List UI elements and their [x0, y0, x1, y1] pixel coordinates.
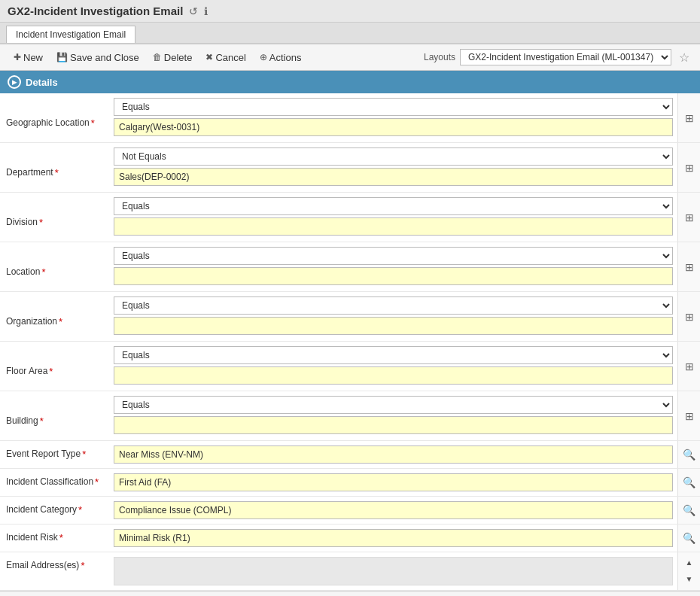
building-row: Building * EqualsNot EqualsContainsDoes …: [0, 391, 700, 441]
form-area: Geographic Location * EqualsNot EqualsCo…: [0, 93, 700, 591]
new-button[interactable]: ✚ New: [8, 50, 49, 65]
incident-classification-action[interactable]: 🔍: [677, 469, 700, 496]
incident-risk-action[interactable]: 🔍: [677, 525, 700, 552]
floor-area-input[interactable]: [114, 366, 673, 385]
email-addresses-controls: [109, 552, 677, 590]
location-controls: EqualsNot EqualsContainsDoes Not Contain…: [109, 242, 677, 291]
event-report-type-row: Event Report Type * 🔍: [0, 441, 700, 469]
incident-classification-controls: [109, 469, 677, 496]
email-addresses-input[interactable]: [114, 557, 673, 585]
division-row: Division * EqualsNot EqualsContainsDoes …: [0, 193, 700, 242]
location-row: Location * EqualsNot EqualsContainsDoes …: [0, 242, 700, 292]
building-label: Building *: [0, 391, 109, 440]
geographic-location-label: Geographic Location *: [0, 93, 109, 142]
incident-category-label: Incident Category *: [0, 497, 109, 524]
geographic-location-row: Geographic Location * EqualsNot EqualsCo…: [0, 93, 700, 143]
title-bar: GX2-Incident Investigation Email ↺ ℹ: [0, 0, 700, 23]
details-header: ▶ Details: [0, 71, 700, 93]
building-controls: EqualsNot EqualsContainsDoes Not Contain…: [109, 391, 677, 440]
incident-risk-label: Incident Risk *: [0, 525, 109, 552]
incident-category-action[interactable]: 🔍: [677, 497, 700, 524]
department-condition[interactable]: EqualsNot EqualsContainsDoes Not Contain…: [114, 147, 673, 166]
building-condition[interactable]: EqualsNot EqualsContainsDoes Not Contain…: [114, 396, 673, 414]
delete-icon: 🗑: [153, 52, 162, 62]
division-action[interactable]: ⊞: [677, 193, 700, 242]
location-condition[interactable]: EqualsNot EqualsContainsDoes Not Contain…: [114, 247, 673, 265]
floor-area-condition[interactable]: EqualsNot EqualsContainsDoes Not Contain…: [114, 346, 673, 364]
organization-row: Organization * EqualsNot EqualsContainsD…: [0, 292, 700, 342]
top-toolbar: ✚ New 💾 Save and Close 🗑 Delete ✖ Cancel…: [0, 44, 700, 71]
division-input[interactable]: [114, 217, 673, 236]
incident-category-row: Incident Category * 🔍: [0, 497, 700, 525]
delete-button[interactable]: 🗑 Delete: [147, 50, 199, 65]
building-input[interactable]: [114, 416, 673, 434]
organization-condition[interactable]: EqualsNot EqualsContainsDoes Not Contain…: [114, 296, 673, 315]
event-report-type-action[interactable]: 🔍: [677, 441, 700, 468]
event-report-type-label: Event Report Type *: [0, 441, 109, 468]
division-condition[interactable]: EqualsNot EqualsContainsDoes Not Contain…: [114, 197, 673, 215]
actions-button[interactable]: ⊕ Actions: [254, 50, 308, 65]
tab-row: Incident Investigation Email: [0, 23, 700, 44]
info-icon[interactable]: ℹ: [204, 5, 208, 17]
star-button[interactable]: ☆: [676, 50, 692, 65]
department-action[interactable]: ⊞: [677, 143, 700, 192]
division-controls: EqualsNot EqualsContainsDoes Not Contain…: [109, 193, 677, 242]
department-controls: EqualsNot EqualsContainsDoes Not Contain…: [109, 143, 677, 192]
actions-icon: ⊕: [260, 52, 267, 62]
organization-label: Organization *: [0, 292, 109, 341]
geographic-location-action[interactable]: ⊞: [677, 93, 700, 142]
organization-action[interactable]: ⊞: [677, 292, 700, 341]
organization-input[interactable]: [114, 317, 673, 335]
incident-category-input[interactable]: [114, 501, 673, 519]
incident-classification-label: Incident Classification *: [0, 469, 109, 496]
building-action[interactable]: ⊞: [677, 391, 700, 440]
page-title: GX2-Incident Investigation Email: [8, 5, 183, 17]
scroll-down-icon[interactable]: ▼: [686, 576, 693, 583]
save-icon: 💾: [56, 52, 68, 62]
incident-risk-row: Incident Risk * 🔍: [0, 525, 700, 552]
floor-area-controls: EqualsNot EqualsContainsDoes Not Contain…: [109, 342, 677, 391]
geographic-location-controls: EqualsNot EqualsContainsDoes Not Contain…: [109, 93, 677, 142]
incident-risk-controls: [109, 525, 677, 552]
cancel-icon: ✖: [205, 52, 213, 62]
floor-area-row: Floor Area * EqualsNot EqualsContainsDoe…: [0, 342, 700, 391]
scroll-up-icon[interactable]: ▲: [686, 559, 693, 567]
geographic-location-condition[interactable]: EqualsNot EqualsContainsDoes Not Contain…: [114, 98, 673, 116]
division-label: Division *: [0, 193, 109, 242]
incident-category-controls: [109, 497, 677, 524]
email-addresses-label: Email Address(es) *: [0, 552, 109, 590]
email-addresses-row: Email Address(es) * ▲ ▼: [0, 552, 700, 591]
layouts-select[interactable]: GX2-Incident Investigation Email (ML-001…: [460, 49, 671, 65]
play-icon[interactable]: ▶: [8, 75, 21, 89]
incident-risk-input[interactable]: [114, 529, 673, 547]
geographic-location-input[interactable]: [114, 118, 673, 136]
details-label: Details: [26, 77, 58, 88]
email-addresses-action[interactable]: ▲ ▼: [677, 552, 700, 590]
cancel-button[interactable]: ✖ Cancel: [199, 50, 251, 65]
department-input[interactable]: [114, 168, 673, 186]
reset-icon[interactable]: ↺: [189, 5, 198, 17]
organization-controls: EqualsNot EqualsContainsDoes Not Contain…: [109, 292, 677, 341]
location-label: Location *: [0, 242, 109, 291]
bottom-toolbar: ✚ New 💾 Save and Close 🗑 Delete ✖ Cancel…: [0, 591, 700, 596]
floor-area-label: Floor Area *: [0, 342, 109, 391]
main-tab[interactable]: Incident Investigation Email: [6, 26, 135, 43]
event-report-type-controls: [109, 441, 677, 468]
department-row: Department * EqualsNot EqualsContainsDoe…: [0, 143, 700, 193]
location-action[interactable]: ⊞: [677, 242, 700, 291]
event-report-type-input[interactable]: [114, 445, 673, 464]
new-icon: ✚: [14, 52, 21, 62]
layouts-section: Layouts GX2-Incident Investigation Email…: [424, 49, 692, 65]
department-label: Department *: [0, 143, 109, 192]
floor-area-action[interactable]: ⊞: [677, 342, 700, 391]
save-close-button[interactable]: 💾 Save and Close: [50, 50, 145, 65]
location-input[interactable]: [114, 267, 673, 285]
incident-classification-row: Incident Classification * 🔍: [0, 469, 700, 497]
incident-classification-input[interactable]: [114, 473, 673, 491]
layouts-label: Layouts: [424, 52, 455, 62]
